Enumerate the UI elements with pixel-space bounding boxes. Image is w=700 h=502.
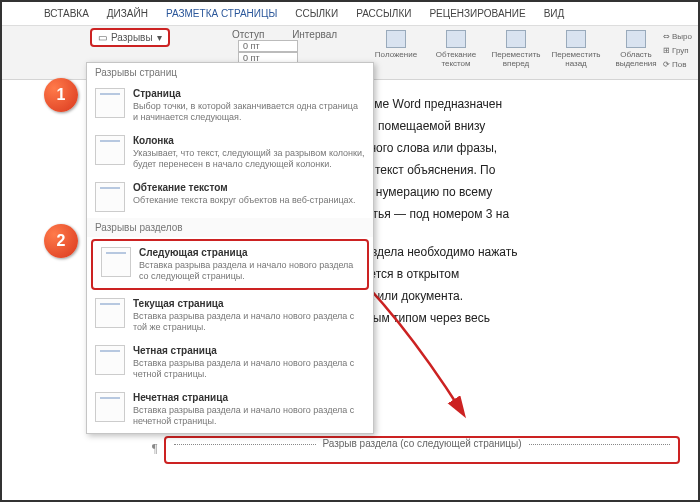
tab-view[interactable]: ВИД — [542, 4, 567, 23]
breaks-dropdown-menu: Разрывы страниц СтраницаВыбор точки, в к… — [86, 62, 374, 434]
section-break-continuous-item[interactable]: Текущая страницаВставка разрыва раздела … — [87, 292, 373, 339]
callout-badge-1: 1 — [44, 78, 78, 112]
odd-page-icon — [95, 392, 125, 422]
tab-review[interactable]: РЕЦЕНЗИРОВАНИЕ — [427, 4, 527, 23]
page-breaks-header: Разрывы страниц — [87, 63, 373, 82]
section-break-label: Разрыв раздела (со следующей страницы) — [316, 438, 527, 449]
wrap-text-button[interactable]: Обтекание текстом — [432, 30, 480, 68]
next-page-icon — [101, 247, 131, 277]
paragraph-mark-icon: ¶ — [152, 441, 157, 456]
arrange-group: ⇔ Выро ⊞ Груп ⟳ Пов — [663, 30, 692, 72]
bring-forward-button[interactable]: Переместить вперед — [492, 30, 540, 68]
break-text-wrap-item[interactable]: Обтекание текстомОбтекание текста вокруг… — [87, 176, 373, 218]
tab-references[interactable]: ССЫЛКИ — [293, 4, 340, 23]
continuous-icon — [95, 298, 125, 328]
even-page-icon — [95, 345, 125, 375]
selection-pane-button[interactable]: Область выделения — [612, 30, 660, 68]
ribbon-tabs: ВСТАВКА ДИЗАЙН РАЗМЕТКА СТРАНИЦЫ ССЫЛКИ … — [2, 2, 698, 26]
break-page-item[interactable]: СтраницаВыбор точки, в которой заканчива… — [87, 82, 373, 129]
breaks-dropdown-button[interactable]: ▭ Разрывы ▾ — [90, 28, 170, 47]
section-break-indicator: Разрыв раздела (со следующей страницы) — [164, 436, 680, 464]
tab-design[interactable]: ДИЗАЙН — [105, 4, 150, 23]
chevron-down-icon: ▾ — [157, 32, 162, 43]
callout-badge-2: 2 — [44, 224, 78, 258]
section-breaks-header: Разрывы разделов — [87, 218, 373, 237]
tab-insert[interactable]: ВСТАВКА — [42, 4, 91, 23]
break-column-item[interactable]: КолонкаУказывает, что текст, следующий з… — [87, 129, 373, 176]
tab-mailings[interactable]: РАССЫЛКИ — [354, 4, 413, 23]
text-wrap-break-icon — [95, 182, 125, 212]
position-button[interactable]: Положение — [372, 30, 420, 68]
section-break-odd-page-item[interactable]: Нечетная страницаВставка разрыва раздела… — [87, 386, 373, 433]
section-break-next-page-item[interactable]: Следующая страницаВставка разрыва раздел… — [91, 239, 369, 290]
column-break-icon — [95, 135, 125, 165]
send-backward-button[interactable]: Переместить назад — [552, 30, 600, 68]
indent-label: Отступ — [232, 29, 264, 40]
spacing-label: Интервал — [292, 29, 337, 40]
spacing-before-input[interactable]: 0 пт — [238, 40, 298, 52]
tab-page-layout[interactable]: РАЗМЕТКА СТРАНИЦЫ — [164, 4, 279, 23]
page-break-icon — [95, 88, 125, 118]
breaks-icon: ▭ — [98, 32, 107, 43]
section-break-even-page-item[interactable]: Четная страницаВставка разрыва раздела и… — [87, 339, 373, 386]
breaks-label: Разрывы — [111, 32, 153, 43]
